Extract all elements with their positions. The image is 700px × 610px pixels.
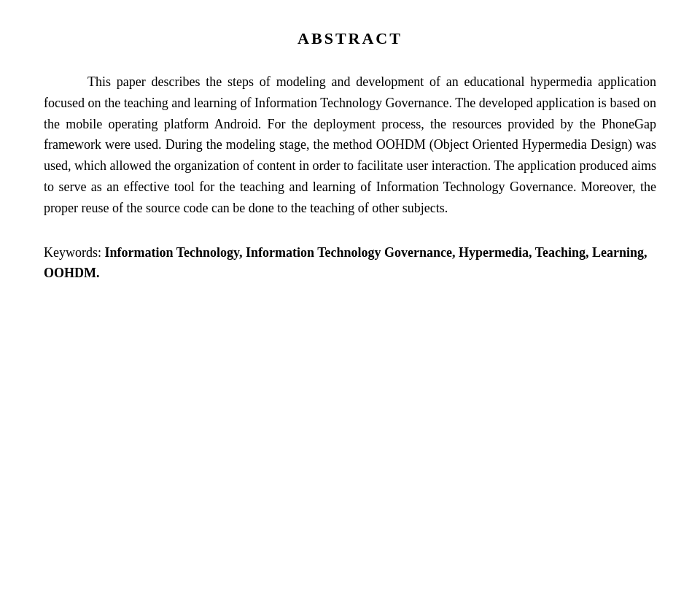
keywords-section: Keywords: Information Technology, Inform… [44, 242, 656, 285]
page-container: ABSTRACT This paper describes the steps … [0, 0, 700, 610]
abstract-body: This paper describes the steps of modeli… [44, 72, 656, 219]
keywords-values: Information Technology, Information Tech… [44, 245, 648, 281]
abstract-paragraph-1: This paper describes the steps of modeli… [44, 72, 656, 219]
abstract-title: ABSTRACT [44, 29, 656, 48]
keywords-label: Keywords: [44, 245, 101, 260]
